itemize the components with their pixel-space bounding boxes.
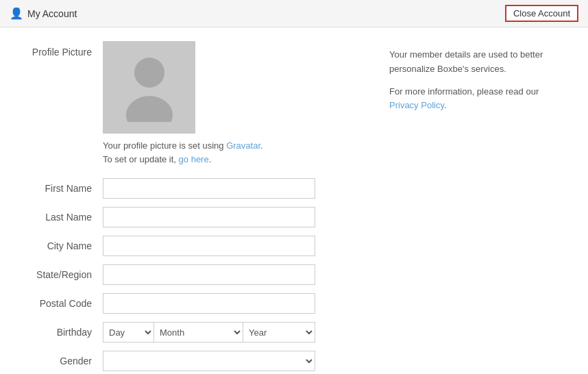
city-name-row: City Name (21, 236, 369, 256)
profile-picture-section: Profile Picture Your profile picture is … (21, 41, 369, 166)
postal-code-label: Postal Code (21, 298, 103, 309)
info-area: Your member details are used to better p… (389, 41, 567, 374)
avatar (103, 41, 195, 134)
birthday-day-select[interactable]: Day 123 456 789 101112 131415 161718 192… (103, 322, 154, 342)
first-name-label: First Name (21, 183, 103, 194)
form-area: Profile Picture Your profile picture is … (21, 41, 369, 374)
city-name-input[interactable] (103, 236, 315, 256)
state-region-label: State/Region (21, 269, 103, 280)
birthday-year-select[interactable]: Year for(let y = new Date().getFullYear(… (243, 322, 315, 342)
header: 👤 My Account Close Account (0, 0, 588, 27)
gravatar-description-text: Your profile picture is set using (103, 140, 226, 151)
header-title-text: My Account (27, 8, 77, 19)
privacy-policy-link[interactable]: Privacy Policy (389, 100, 444, 110)
info-paragraph-2: For more information, please read our Pr… (389, 85, 567, 114)
postal-code-row: Postal Code (21, 293, 369, 314)
avatar-svg (122, 53, 177, 122)
first-name-input[interactable] (103, 178, 315, 199)
last-name-input[interactable] (103, 207, 315, 227)
svg-point-0 (134, 58, 164, 88)
profile-picture-description: Your profile picture is set using Gravat… (103, 139, 263, 166)
first-name-row: First Name (21, 178, 369, 199)
gender-select[interactable]: Male Female Other Prefer not to say (103, 351, 315, 371)
last-name-row: Last Name (21, 207, 369, 227)
last-name-label: Last Name (21, 212, 103, 223)
city-name-label: City Name (21, 240, 103, 251)
go-here-link[interactable]: go here (179, 154, 209, 164)
info-paragraph-2-text: For more information, please read our (389, 86, 539, 97)
state-region-row: State/Region (21, 264, 369, 285)
postal-code-input[interactable] (103, 293, 315, 314)
state-region-input[interactable] (103, 264, 315, 285)
close-account-button[interactable]: Close Account (505, 5, 578, 22)
birthday-month-select[interactable]: Month JanuaryFebruary MarchApril MayJune… (154, 322, 243, 342)
gravatar-link[interactable]: Gravatar (226, 140, 260, 151)
info-paragraph-1: Your member details are used to better p… (389, 48, 567, 77)
birthday-label: Birthday (21, 327, 103, 338)
main-content: Profile Picture Your profile picture is … (0, 27, 588, 374)
svg-point-1 (126, 96, 173, 122)
go-here-description-text: To set or update it, (103, 154, 179, 164)
birthday-row: Birthday Day 123 456 789 101112 131415 1… (21, 322, 369, 342)
gender-label: Gender (21, 356, 103, 366)
profile-picture-content: Your profile picture is set using Gravat… (103, 41, 263, 166)
profile-picture-label: Profile Picture (21, 41, 103, 58)
birthday-inputs: Day 123 456 789 101112 131415 161718 192… (103, 322, 315, 342)
header-title: 👤 My Account (10, 7, 77, 20)
user-icon: 👤 (10, 7, 23, 20)
gender-row: Gender Male Female Other Prefer not to s… (21, 351, 369, 371)
